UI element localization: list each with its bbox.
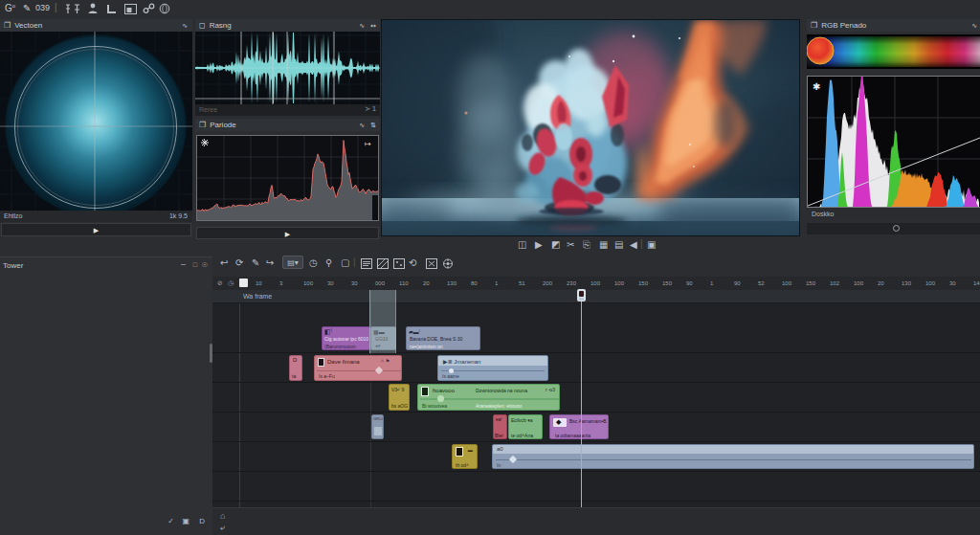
svg-text:↦: ↦ [365,140,371,148]
svg-text:✱: ✱ [813,81,820,92]
